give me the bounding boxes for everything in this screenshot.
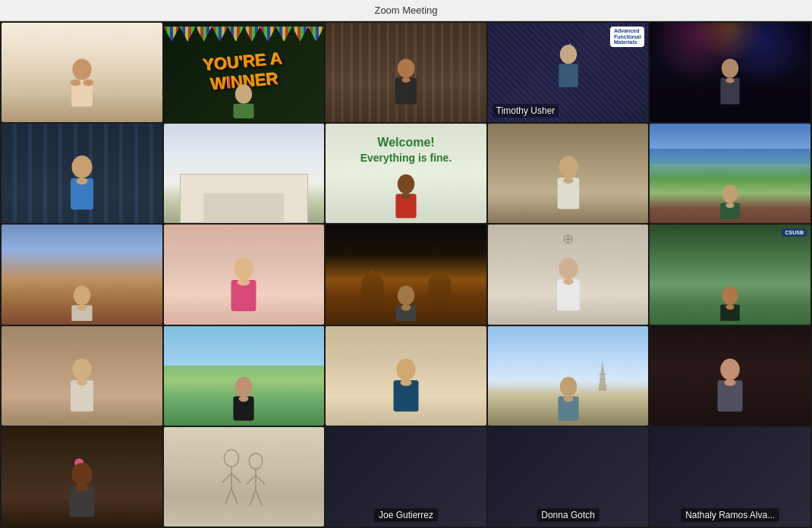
svg-point-21 [401, 193, 411, 200]
svg-point-57 [720, 359, 740, 381]
video-cell-donna-gotch[interactable]: Donna Gotch [488, 427, 649, 526]
svg-point-51 [400, 379, 411, 386]
svg-point-2 [70, 80, 80, 86]
video-cell-nathaly-ramos-alva[interactable]: Nathaly Ramos Alva... [650, 427, 810, 526]
svg-point-30 [77, 304, 87, 310]
svg-point-0 [72, 59, 91, 80]
svg-line-67 [231, 473, 241, 482]
svg-point-13 [722, 59, 738, 78]
video-cell-11[interactable] [2, 225, 162, 324]
video-cell-16[interactable] [2, 326, 162, 426]
svg-line-72 [247, 476, 256, 485]
video-cell-20[interactable] [650, 326, 810, 426]
title-bar: Zoom Meeting [0, 0, 812, 21]
svg-point-33 [238, 278, 250, 285]
video-cell-8[interactable]: Welcome! Everything is fine. [326, 124, 486, 223]
svg-point-43 [72, 359, 92, 381]
svg-point-59 [725, 379, 736, 386]
svg-line-68 [225, 489, 231, 504]
svg-point-3 [83, 80, 93, 86]
svg-rect-5 [234, 104, 254, 118]
video-cell-19[interactable] [488, 326, 649, 426]
video-cell-joe-gutierrez[interactable]: Joe Gutierrez [326, 427, 486, 526]
svg-point-54 [559, 377, 576, 397]
svg-point-36 [401, 304, 411, 310]
svg-point-18 [76, 178, 87, 185]
svg-point-6 [398, 59, 414, 78]
video-cell-5[interactable] [650, 23, 810, 122]
participant-name-donna-gotch: Donna Gotch [537, 508, 600, 522]
video-cell-9[interactable] [488, 124, 649, 223]
svg-point-19 [398, 174, 414, 194]
svg-point-37 [559, 257, 578, 279]
video-grid: YOU'RE AWINNER AdvancedFunctionalMateria… [0, 21, 812, 528]
video-cell-12[interactable] [164, 225, 325, 324]
svg-point-56 [563, 395, 573, 401]
video-cell-1[interactable] [2, 23, 162, 122]
participant-name-nathaly: Nathaly Ramos Alva... [681, 508, 779, 522]
welcome-text-line1: Welcome! [326, 135, 486, 151]
svg-point-25 [722, 185, 738, 203]
video-cell-6[interactable] [2, 124, 162, 223]
svg-line-66 [222, 473, 231, 482]
svg-rect-10 [559, 64, 578, 87]
svg-point-34 [398, 285, 414, 305]
svg-line-75 [256, 490, 262, 506]
svg-point-39 [563, 278, 574, 284]
video-cell-17[interactable] [164, 326, 325, 426]
svg-point-40 [722, 286, 738, 304]
svg-point-46 [235, 377, 252, 397]
svg-point-24 [563, 178, 574, 184]
svg-point-9 [559, 45, 576, 64]
company-logo: AdvancedFunctionalMaterials [610, 27, 644, 47]
video-cell-3[interactable] [326, 23, 486, 122]
svg-rect-53 [600, 379, 606, 380]
video-cell-15[interactable]: CSUSB [650, 225, 810, 324]
participant-name-timothy: Timothy Usher [493, 104, 559, 118]
svg-point-63 [76, 484, 89, 492]
participant-name-joe-gutierrez: Joe Gutierrez [374, 508, 438, 522]
video-cell-18[interactable] [326, 326, 486, 426]
video-cell-7[interactable] [164, 124, 325, 223]
svg-point-4 [235, 84, 252, 104]
video-cell-timothy-usher[interactable]: AdvancedFunctionalMaterials Timothy Ushe… [488, 23, 649, 122]
svg-point-8 [401, 77, 410, 83]
svg-point-48 [239, 395, 249, 401]
svg-line-69 [231, 489, 238, 504]
svg-point-31 [234, 257, 254, 280]
svg-point-45 [77, 379, 87, 385]
welcome-text-line2: Everything is fine. [326, 151, 486, 165]
svg-line-73 [256, 476, 265, 485]
video-cell-14[interactable]: ⊕ [488, 225, 649, 324]
meeting-title: Zoom Meeting [374, 5, 437, 16]
svg-point-15 [726, 78, 735, 83]
svg-point-42 [726, 304, 735, 310]
video-cell-2[interactable]: YOU'RE AWINNER [164, 23, 325, 122]
svg-point-70 [250, 454, 263, 470]
video-cell-10[interactable] [650, 124, 810, 223]
svg-point-22 [559, 156, 578, 178]
video-cell-21[interactable] [2, 427, 162, 526]
svg-line-74 [250, 490, 256, 506]
video-cell-22[interactable] [164, 427, 325, 526]
svg-rect-52 [599, 373, 606, 375]
svg-point-16 [71, 156, 92, 178]
video-cell-13[interactable] [326, 225, 486, 324]
svg-point-49 [396, 359, 416, 381]
svg-point-27 [726, 203, 735, 208]
svg-point-28 [74, 285, 90, 305]
svg-point-64 [225, 450, 239, 467]
svg-point-61 [71, 463, 92, 486]
